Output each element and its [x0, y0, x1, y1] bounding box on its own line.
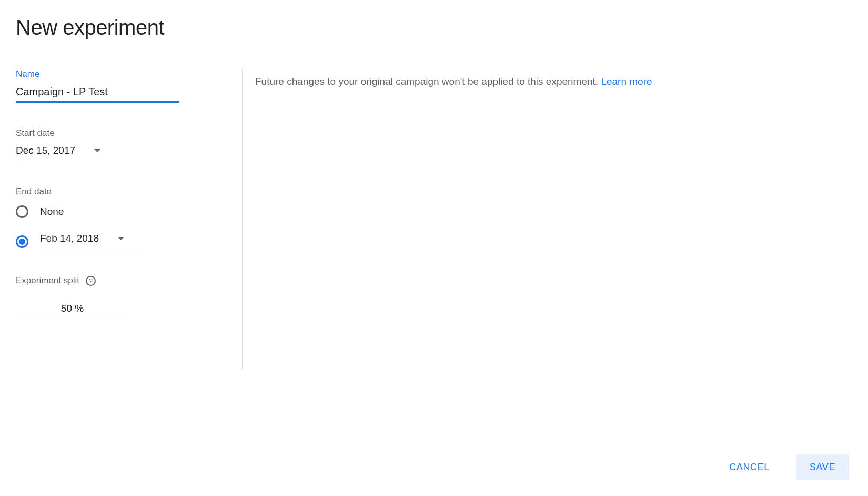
- info-panel: Future changes to your original campaign…: [243, 69, 852, 369]
- form-panel: Name Start date Dec 15, 2017 End date No…: [16, 69, 242, 369]
- learn-more-link[interactable]: Learn more: [601, 76, 652, 87]
- end-date-none-radio[interactable]: [16, 205, 28, 218]
- page-title: New experiment: [16, 16, 852, 39]
- experiment-split-value: 50 %: [61, 303, 84, 314]
- experiment-split-input[interactable]: 50 %: [16, 292, 129, 319]
- name-label: Name: [16, 69, 226, 80]
- caret-down-icon: [94, 149, 100, 152]
- name-input[interactable]: [16, 84, 179, 103]
- info-text: Future changes to your original campaign…: [255, 76, 601, 87]
- start-date-label: Start date: [16, 128, 226, 138]
- experiment-split-field-group: Experiment split 50 %: [16, 275, 226, 319]
- experiment-split-label: Experiment split: [16, 275, 79, 286]
- end-date-date-radio[interactable]: [16, 235, 28, 248]
- end-date-label: End date: [16, 186, 226, 197]
- end-date-none-row: None: [16, 205, 226, 218]
- start-date-value: Dec 15, 2017: [16, 145, 75, 156]
- content-wrapper: Name Start date Dec 15, 2017 End date No…: [16, 69, 852, 369]
- end-date-none-label: None: [40, 206, 64, 217]
- start-date-select[interactable]: Dec 15, 2017: [16, 142, 121, 161]
- end-date-select[interactable]: Feb 14, 2018: [40, 233, 145, 250]
- end-date-radio-group: None Feb 14, 2018: [16, 205, 226, 250]
- end-date-date-row: Feb 14, 2018: [16, 233, 226, 250]
- start-date-field-group: Start date Dec 15, 2017: [16, 128, 226, 161]
- help-icon[interactable]: [86, 276, 96, 286]
- end-date-field-group: End date None Feb 14, 2018: [16, 186, 226, 250]
- end-date-value: Feb 14, 2018: [40, 233, 99, 244]
- experiment-split-label-row: Experiment split: [16, 275, 226, 286]
- caret-down-icon: [118, 237, 124, 240]
- name-field-group: Name: [16, 69, 226, 103]
- info-text-wrapper: Future changes to your original campaign…: [255, 74, 852, 90]
